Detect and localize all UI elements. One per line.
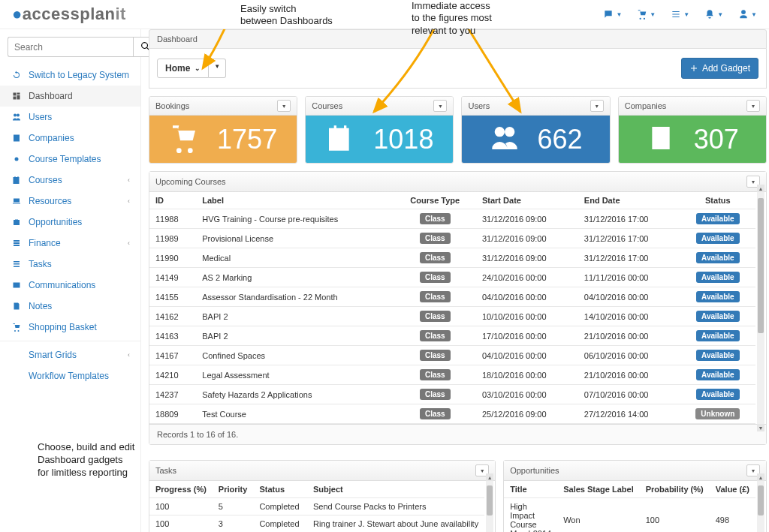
- tile-menu-button[interactable]: ▼: [590, 100, 604, 112]
- users-icon: [490, 123, 520, 155]
- table-row[interactable]: 14237 Safety Hazards 2 Applications Clas…: [149, 385, 755, 404]
- table-row[interactable]: 14155 Assessor Standardisation - 22 Mont…: [149, 287, 755, 307]
- table-row[interactable]: High Impact Course March2014 Won 100 498: [504, 498, 755, 532]
- panel-title: Upcoming Courses: [155, 177, 226, 186]
- sidebar-item-finance[interactable]: Finance‹: [0, 233, 140, 254]
- column-header[interactable]: Status: [253, 481, 307, 498]
- sidebar-item-tasks[interactable]: Tasks: [0, 254, 140, 275]
- tile-menu-button[interactable]: ▼: [746, 100, 760, 112]
- status-badge: Available: [696, 252, 740, 263]
- brand-logo: ●accessplanit: [12, 5, 126, 24]
- column-header[interactable]: Start Date: [476, 192, 578, 209]
- building-icon: [646, 123, 676, 155]
- stat-tile-users: Users ▼ 662: [461, 96, 610, 164]
- scrollbar[interactable]: ▲ ▼: [757, 192, 764, 424]
- status-badge: Available: [696, 350, 740, 361]
- sidebar-item-label: Switch to Legacy System: [29, 70, 129, 80]
- topnav-list-icon[interactable]: ▼: [671, 9, 689, 20]
- table-row[interactable]: 14149 AS 2 Marking Class 24/10/2016 00:0…: [149, 268, 755, 287]
- scrollbar[interactable]: ▲▼: [757, 481, 764, 532]
- column-header[interactable]: Subject: [307, 481, 484, 498]
- table-row[interactable]: 14162 BAPI 2 Class 10/10/2016 00:00 14/1…: [149, 307, 755, 326]
- briefcase-icon: [11, 218, 23, 227]
- table-row[interactable]: 11990 Medical Class 31/12/2016 09:00 31/…: [149, 248, 755, 268]
- status-badge: Available: [696, 233, 740, 244]
- course-type-badge: Class: [420, 369, 451, 380]
- sidebar-item-users[interactable]: Users: [0, 107, 140, 128]
- sidebar-item-smart-grids[interactable]: Smart Grids‹: [0, 344, 140, 365]
- dashboard-selector[interactable]: Home⌄: [157, 59, 209, 78]
- column-header[interactable]: Status: [680, 192, 755, 209]
- sidebar-item-companies[interactable]: Companies: [0, 128, 140, 149]
- topnav-bell-icon[interactable]: ▼: [704, 9, 723, 20]
- column-header[interactable]: Progress (%): [149, 481, 213, 498]
- users-icon: [11, 113, 23, 122]
- sidebar-item-label: Tasks: [29, 259, 52, 269]
- table-row[interactable]: 18809 Test Course Class 25/12/2016 09:00…: [149, 404, 755, 424]
- calendar-icon: [11, 176, 23, 185]
- sidebar-item-label: Opportunities: [29, 217, 82, 227]
- column-header[interactable]: Priority: [213, 481, 254, 498]
- calcheck-icon: [325, 123, 355, 155]
- sidebar-item-label: Users: [29, 112, 52, 122]
- course-type-badge: Class: [420, 408, 451, 419]
- topnav-chat-icon[interactable]: ▼: [603, 9, 622, 20]
- table-row[interactable]: 100 5 Completed Send Course Packs to Pri…: [149, 498, 484, 515]
- sidebar-item-courses[interactable]: Courses‹: [0, 170, 140, 191]
- course-type-badge: Class: [420, 213, 451, 224]
- table-row[interactable]: 11988 HVG Training - Course pre-requisit…: [149, 209, 755, 229]
- topnav-cart-icon[interactable]: ▼: [637, 9, 656, 20]
- sidebar-item-notes[interactable]: Notes: [0, 296, 140, 317]
- sidebar-item-resources[interactable]: Resources‹: [0, 191, 140, 212]
- sidebar-item-label: Notes: [29, 301, 52, 311]
- column-header[interactable]: Probability (%): [640, 481, 710, 498]
- status-badge: Available: [696, 389, 740, 400]
- table-row[interactable]: 11989 Provisional License Class 31/12/20…: [149, 229, 755, 248]
- sidebar-item-shopping-basket[interactable]: Shopping Basket: [0, 317, 140, 338]
- course-type-badge: Class: [420, 291, 451, 302]
- column-header[interactable]: End Date: [578, 192, 680, 209]
- column-header[interactable]: Course Type: [394, 192, 476, 209]
- tasks-panel: Tasks ▼ Progress (%)PriorityStatusSubjec…: [149, 460, 496, 532]
- upcoming-courses-table: IDLabelCourse TypeStart DateEnd DateStat…: [149, 192, 755, 424]
- dashboard-selector-caret[interactable]: ▼: [209, 59, 226, 78]
- course-type-badge: Class: [420, 233, 451, 244]
- stat-tile-companies: Companies ▼ 307: [618, 96, 767, 164]
- panel-title: Tasks: [155, 466, 176, 475]
- sidebar-item-communications[interactable]: Communications: [0, 275, 140, 296]
- tile-title: Companies: [625, 101, 667, 110]
- column-header[interactable]: Value (£): [710, 481, 755, 498]
- annotation-figures: Immediate access to the figures most rel…: [412, 0, 492, 37]
- scrollbar[interactable]: ▲▼: [486, 481, 493, 532]
- table-row[interactable]: 14163 BAPI 2 Class 17/10/2016 00:00 21/1…: [149, 326, 755, 346]
- column-header[interactable]: Sales Stage Label: [557, 481, 640, 498]
- sidebar-item-label: Courses: [29, 175, 62, 185]
- add-gadget-button[interactable]: Add Gadget: [681, 58, 758, 79]
- topnav-user-icon[interactable]: ▼: [738, 9, 757, 20]
- chevron-left-icon: ‹: [128, 197, 130, 205]
- table-row[interactable]: 100 3 Completed Ring trainer J. Stewart …: [149, 515, 484, 532]
- sidebar-item-label: Resources: [29, 196, 71, 206]
- stat-tile-bookings: Bookings ▼ 1757: [149, 96, 297, 164]
- tile-value: 1018: [373, 124, 433, 155]
- search-input[interactable]: [8, 37, 133, 57]
- table-row[interactable]: 14167 Confined Spaces Class 04/10/2016 0…: [149, 346, 755, 365]
- column-header[interactable]: Label: [196, 192, 394, 209]
- sidebar-item-opportunities[interactable]: Opportunities: [0, 212, 140, 233]
- column-header[interactable]: ID: [149, 192, 196, 209]
- sidebar-item-label: Smart Grids: [29, 350, 77, 360]
- status-badge: Available: [696, 272, 740, 283]
- sidebar-item-dashboard[interactable]: Dashboard: [0, 86, 140, 107]
- cart-icon: [169, 123, 199, 155]
- mail-icon: [11, 281, 23, 290]
- sidebar-item-workflow-templates[interactable]: Workflow Templates: [0, 365, 140, 386]
- tile-menu-button[interactable]: ▼: [433, 100, 447, 112]
- tile-menu-button[interactable]: ▼: [277, 100, 291, 112]
- table-row[interactable]: 14210 Legal Assessment Class 18/10/2016 …: [149, 365, 755, 385]
- sidebar-item-label: Companies: [29, 133, 74, 143]
- column-header[interactable]: Title: [504, 481, 557, 498]
- sidebar-item-label: Shopping Basket: [29, 322, 97, 332]
- sidebar-item-course-templates[interactable]: Course Templates: [0, 149, 140, 170]
- course-type-badge: Class: [420, 389, 451, 400]
- sidebar-item-switch-to-legacy-system[interactable]: Switch to Legacy System: [0, 65, 140, 86]
